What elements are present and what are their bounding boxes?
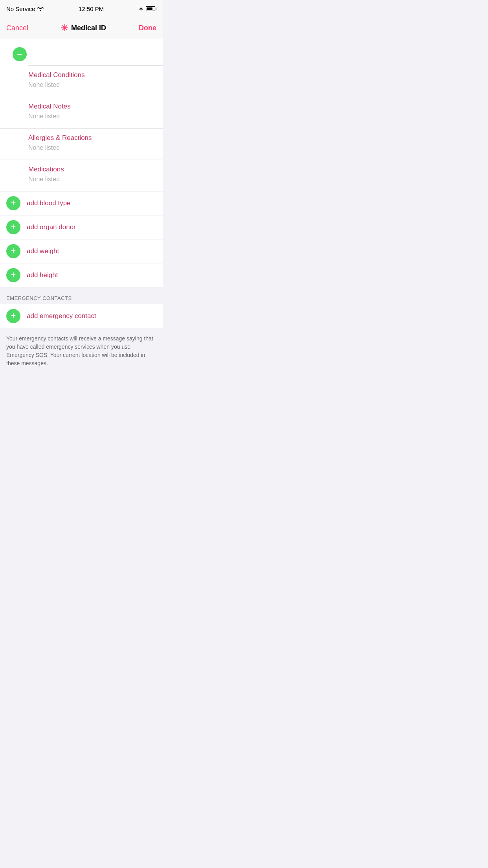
add-height-label: add height [27, 271, 58, 279]
status-bar: No Service 12:50 PM ∗ [0, 0, 163, 17]
done-button[interactable]: Done [139, 24, 156, 32]
battery-indicator [146, 6, 156, 11]
bluetooth-icon: ∗ [139, 6, 143, 12]
add-height-row[interactable]: + add height [0, 263, 163, 287]
add-organ-donor-row[interactable]: + add organ donor [0, 215, 163, 239]
add-organ-donor-icon: + [6, 220, 20, 234]
status-right: ∗ [139, 6, 156, 12]
emergency-contacts-section: EMERGENCY CONTACTS + add emergency conta… [0, 287, 163, 374]
add-emergency-contact-label: add emergency contact [27, 312, 96, 320]
status-time: 12:50 PM [79, 6, 104, 12]
medications-section[interactable]: Medications None listed [0, 160, 163, 191]
allergies-value: None listed [28, 144, 156, 151]
medical-notes-section[interactable]: Medical Notes None listed [0, 97, 163, 129]
medical-id-icon: ✳ [61, 23, 68, 33]
add-blood-type-label: add blood type [27, 199, 71, 207]
add-weight-row[interactable]: + add weight [0, 239, 163, 263]
add-weight-icon: + [6, 244, 20, 258]
nav-title: ✳ Medical ID [61, 23, 106, 33]
medications-value: None listed [28, 176, 156, 183]
navigation-bar: Cancel ✳ Medical ID Done [0, 17, 163, 39]
add-height-icon: + [6, 268, 20, 282]
medical-conditions-section[interactable]: Medical Conditions None listed [0, 66, 163, 97]
top-section [0, 39, 163, 61]
nav-title-text: Medical ID [71, 24, 106, 32]
add-emergency-contact-row[interactable]: + add emergency contact [0, 304, 163, 328]
allergies-label: Allergies & Reactions [28, 134, 156, 142]
medical-conditions-label: Medical Conditions [28, 71, 156, 79]
medical-notes-label: Medical Notes [28, 103, 156, 110]
scroll-content: Medical Conditions None listed Medical N… [0, 39, 163, 287]
add-weight-label: add weight [27, 247, 59, 255]
wifi-icon [37, 6, 44, 11]
add-blood-type-icon: + [6, 196, 20, 210]
add-emergency-contact-icon: + [6, 309, 20, 323]
carrier-info: No Service [6, 6, 44, 12]
cancel-button[interactable]: Cancel [6, 24, 28, 32]
medical-notes-value: None listed [28, 113, 156, 120]
carrier-text: No Service [6, 6, 35, 12]
medications-label: Medications [28, 166, 156, 173]
emergency-contacts-header: EMERGENCY CONTACTS [0, 287, 163, 304]
allergies-section[interactable]: Allergies & Reactions None listed [0, 129, 163, 160]
add-organ-donor-label: add organ donor [27, 223, 76, 231]
medical-conditions-value: None listed [28, 81, 156, 88]
top-green-circle[interactable] [13, 47, 27, 61]
emergency-note-text: Your emergency contacts will receive a m… [0, 328, 163, 374]
add-blood-type-row[interactable]: + add blood type [0, 191, 163, 215]
